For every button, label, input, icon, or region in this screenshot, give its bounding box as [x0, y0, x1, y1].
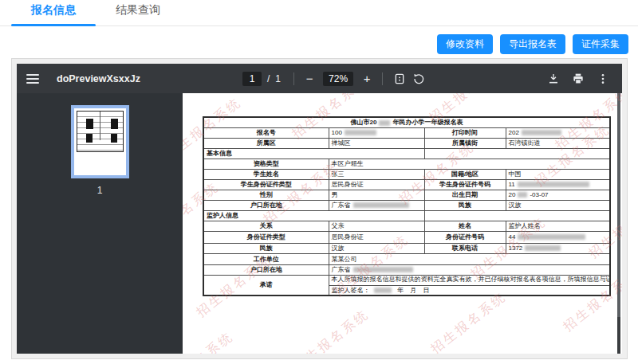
- town-label: 所属镇街: [424, 138, 506, 148]
- birth-value: 20-03-07: [506, 190, 610, 200]
- tab-result-query[interactable]: 结果查询: [96, 0, 180, 25]
- basic-section-title: 基本信息: [203, 148, 424, 159]
- work-label: 工作单位: [203, 253, 329, 264]
- phone-label: 联系电话: [424, 243, 506, 253]
- toolbar-divider: [382, 72, 383, 85]
- current-page-input[interactable]: 1: [242, 72, 262, 86]
- student-residence-value: 广东省: [329, 200, 424, 210]
- pdf-toolbar-center: 1 / 1 − 72% +: [242, 64, 428, 93]
- nation-value: 中国: [506, 169, 610, 179]
- signature-row: 监护人签名： 年 月 日: [329, 285, 610, 296]
- registration-page: 报名信息 结果查询 修改资料 导出报名表 证件采集 doPreviewXsxxJ…: [0, 0, 638, 364]
- guardian-id-no-value: 44: [506, 231, 610, 243]
- student-id-no-label: 学生身份证件号码: [424, 179, 506, 190]
- pdf-viewer-body: 1 招生报名系统招生报名系统 招生报名系统招生报名系统 招生报名系统招生报名系统…: [17, 93, 622, 354]
- gender-value: 男: [329, 190, 424, 200]
- student-ethnic-label: 民族: [424, 200, 506, 210]
- pdf-document-title: doPreviewXsxxJz: [57, 73, 140, 84]
- pdf-viewer: doPreviewXsxxJz 1 / 1 − 72% +: [17, 64, 622, 354]
- qual-label: 资格类型: [203, 159, 329, 169]
- tabbar: 报名信息 结果查询: [0, 0, 638, 26]
- guardian-section-spacer: [424, 210, 610, 221]
- promise-text: 本人所填报的报名信息和提供的资料完全真实有效，并已仔细核对报名表各项信息，所填报…: [329, 275, 610, 285]
- guardian-id-type-value: 居民身份证: [329, 231, 424, 243]
- page-separator: /: [267, 73, 270, 84]
- redacted-sign-year: [374, 288, 392, 293]
- district-label: 所属区: [203, 138, 329, 148]
- relation-value: 父亲: [329, 221, 424, 231]
- page-1-thumbnail[interactable]: [71, 105, 129, 178]
- document-page: 招生报名系统招生报名系统 招生报名系统招生报名系统 招生报名系统招生报名系统 招…: [183, 93, 622, 354]
- redacted-student-id: [518, 182, 589, 187]
- reg-no-label: 报名号: [203, 127, 329, 138]
- redacted-year: [379, 120, 390, 126]
- student-residence-label: 户口所在地: [203, 200, 329, 210]
- pdf-toolbar-right: [544, 69, 612, 88]
- thumbnail-preview-image: [77, 111, 124, 152]
- guardian-section-title: 监护人信息: [203, 210, 424, 221]
- pdf-toolbar: doPreviewXsxxJz 1 / 1 − 72% +: [17, 64, 622, 93]
- gender-label: 性别: [203, 190, 329, 200]
- birth-label: 出生日期: [424, 190, 506, 200]
- collect-credentials-button[interactable]: 证件采集: [573, 34, 628, 54]
- fit-to-page-icon[interactable]: [390, 69, 409, 88]
- redacted-guardian-id: [518, 234, 585, 240]
- reg-no-value: 100: [329, 127, 424, 138]
- menu-icon[interactable]: [26, 70, 44, 88]
- student-id-type-label: 学生身份证件类型: [203, 179, 329, 190]
- redacted-print-time: [522, 130, 561, 135]
- redacted-phone: [525, 245, 561, 251]
- signature-date-words: 年 月 日: [397, 287, 429, 294]
- form-title: 佛山市20年民办小学一年级报名表: [203, 117, 610, 127]
- download-icon[interactable]: [544, 69, 563, 88]
- guardian-residence-label: 户口所在地: [203, 264, 329, 275]
- redacted-residence: [353, 202, 409, 208]
- guardian-residence-value: 广东省: [329, 264, 610, 275]
- export-form-button[interactable]: 导出报名表: [500, 34, 565, 54]
- zoom-in-icon[interactable]: +: [359, 72, 375, 85]
- signature-label: 监护人签名：: [332, 287, 370, 294]
- zoom-level-input[interactable]: 72%: [323, 72, 353, 86]
- student-name-value: 张三: [329, 169, 424, 179]
- print-time-value: 202: [506, 127, 610, 138]
- guardian-id-no-label: 身份证件号码: [424, 231, 506, 243]
- pdf-preview-panel: doPreviewXsxxJz 1 / 1 − 72% +: [11, 58, 628, 359]
- vertical-scrollbar[interactable]: [617, 93, 620, 354]
- student-name-label: 学生姓名: [203, 169, 329, 179]
- print-icon[interactable]: [569, 69, 588, 88]
- promise-label: 承诺: [203, 275, 329, 296]
- nation-label: 国籍/地区: [424, 169, 506, 179]
- rotate-icon[interactable]: [409, 69, 428, 88]
- qual-value: 本区户籍生: [329, 159, 610, 169]
- student-id-type-value: 居民身份证: [329, 179, 424, 190]
- guardian-id-type-label: 身份证件类型: [203, 231, 329, 243]
- guardian-name-label: 姓名: [424, 221, 506, 231]
- action-buttons: 修改资料 导出报名表 证件采集: [437, 34, 628, 54]
- town-value: 石湾镇街道: [506, 138, 610, 148]
- print-time-label: 打印时间: [424, 127, 506, 138]
- thumbnail-sidebar: 1: [17, 93, 183, 354]
- district-value: 禅城区: [329, 138, 424, 148]
- scrollbar-thumb[interactable]: [617, 93, 620, 317]
- thumbnail-page-number: 1: [71, 185, 129, 196]
- redacted-guardian-residence: [353, 267, 413, 272]
- basic-section-spacer: [424, 148, 610, 159]
- work-value: 某某公司: [329, 253, 610, 264]
- edit-info-button[interactable]: 修改资料: [437, 34, 493, 54]
- guardian-ethnic-label: 民族: [203, 243, 329, 253]
- redacted-birth-year: [518, 192, 527, 198]
- guardian-name-value: 监护人姓名: [506, 221, 610, 231]
- zoom-out-icon[interactable]: −: [301, 72, 317, 85]
- phone-value: 1372: [506, 243, 610, 253]
- redacted-reg-no: [345, 130, 376, 135]
- student-id-no-value: 11: [506, 179, 610, 190]
- tab-registration-info[interactable]: 报名信息: [11, 0, 96, 25]
- more-options-icon[interactable]: [593, 69, 612, 88]
- registration-form: 佛山市20年民办小学一年级报名表 报名号 100 打印时间 202 所属区 禅城…: [203, 116, 611, 296]
- toolbar-divider: [293, 72, 294, 85]
- student-ethnic-value: 汉族: [506, 200, 610, 210]
- relation-label: 关系: [203, 221, 329, 231]
- guardian-ethnic-value: 汉族: [329, 243, 424, 253]
- total-pages: 1: [275, 73, 281, 84]
